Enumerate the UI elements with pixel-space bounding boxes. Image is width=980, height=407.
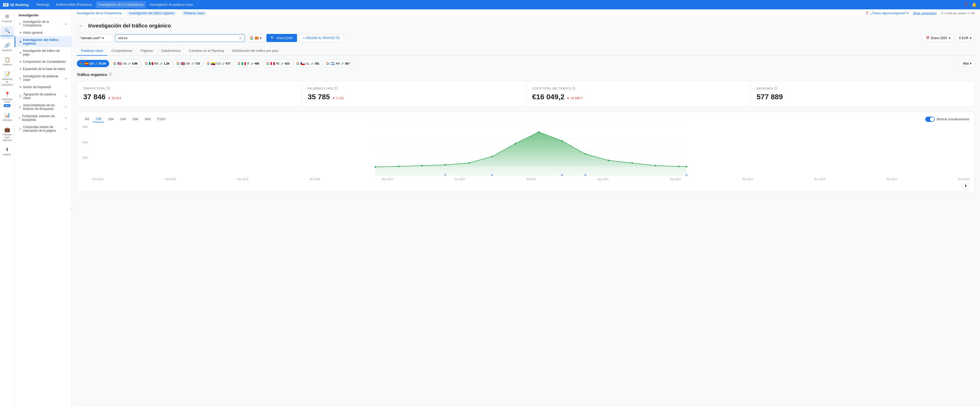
group-palabras-icon: ⊙ — [19, 76, 22, 80]
tab-palabras-clave-label: Palabras clave — [81, 49, 103, 52]
organic-info-icon[interactable]: ⓘ — [109, 72, 112, 77]
more-countries-button[interactable]: Más ▾ — [959, 60, 975, 67]
sidebar-item-trafico-organico[interactable]: Investigación del tráfico orgánico — [14, 36, 72, 47]
google-icon-uk — [177, 62, 180, 65]
tab-paginas[interactable]: Páginas — [137, 46, 157, 56]
x-label-jun2024: Jun 2024 — [454, 178, 465, 181]
country-chip-mx[interactable]: 🇲🇽 MX 🔗 1,2K — [142, 60, 173, 67]
group-autocompletado-label: Autocompletado de los Motores de Búsqued… — [23, 103, 63, 111]
backlinks-info-icon[interactable]: ⓘ — [774, 86, 777, 91]
chart-controls: 6M 12M 18M 24M 30M 36M TODO Mostrar actu… — [82, 116, 969, 122]
sidebar-item-expansion[interactable]: Expansión de la base de datos — [14, 65, 72, 73]
sidebar-group-agrupacion[interactable]: ☰ Agrupación de palabras clave ▼ — [14, 91, 72, 102]
sidebar-icon-informes[interactable]: 📊 Informes — [1, 110, 14, 124]
dot-trafico-pago — [20, 52, 21, 53]
country-chip-pe[interactable]: 🇵🇪 PE 🔗 423 — [263, 60, 292, 67]
sidebar-group-volumen[interactable]: ≡ Comprobar volumen de búsqueda ▼ — [14, 113, 72, 123]
nav-auditoria[interactable]: Auditoría Web (Proyectos) — [53, 1, 95, 8]
group-palabras-label: Investigación de palabras clave — [23, 75, 63, 82]
organic-section-title: Tráfico organico ⓘ — [77, 72, 975, 77]
sidebar-item-vision-general[interactable]: Visión general — [14, 29, 72, 36]
google-marker-ago: G — [584, 174, 587, 176]
sidebar-group-palabras[interactable]: ⊙ Investigación de palabras clave ▲ — [14, 73, 72, 83]
tab-subdominios[interactable]: Subdominios — [157, 46, 185, 56]
nav-investigacion-competencia[interactable]: Investigación de la Competencia — [96, 1, 146, 8]
download-chart-button[interactable]: ⬇ — [962, 183, 969, 189]
mx-link-icon: 🔗 — [159, 62, 163, 65]
coste-info-icon[interactable]: ⓘ — [572, 86, 576, 91]
sidebar-icon-auditoria[interactable]: 📋 Auditoría — [1, 55, 14, 68]
time-btn-36m[interactable]: 36M — [142, 116, 153, 122]
sidebar-icon-backlinks[interactable]: 🔗 Backlinks — [1, 40, 14, 54]
nav-investigacion-palabras[interactable]: Investigación de palabras clave — [147, 1, 196, 8]
trafico-info-icon[interactable]: ⓘ — [107, 86, 110, 91]
back-button[interactable]: ← — [77, 22, 85, 30]
x-label-abr2024: Abr 2024 — [310, 178, 320, 181]
sidebar-icon-paquete[interactable]: 💼 Paquete para Agencias — [1, 125, 14, 144]
stat-value-trafico-total: 37 846 ▼ 38 614 — [83, 93, 295, 101]
time-btn-6m[interactable]: 6M — [82, 116, 92, 122]
sidebar-group-competencia[interactable]: ⊙ Investigación de la Competencia ▲ — [14, 18, 72, 29]
country-chip-ar[interactable]: 🇦🇷 AR 🔗 367 — [323, 60, 353, 67]
tab-subdominios-label: Subdominios — [161, 49, 181, 52]
bell-icon[interactable]: 🔔 — [972, 2, 977, 7]
time-btn-24m[interactable]: 24M — [117, 116, 129, 122]
se-icon: SE — [3, 3, 9, 6]
breadcrumb-investigacion[interactable]: Investigación de la Competencia — [77, 11, 122, 15]
comment-button[interactable]: Dejar comentario — [913, 11, 936, 15]
search-input[interactable] — [118, 36, 237, 40]
currency-button[interactable]: € EUR ▾ — [956, 35, 975, 42]
clear-button[interactable]: ✕ — [239, 36, 242, 40]
sidebar-icon-investigacion[interactable]: 🔍 Investigación — [1, 26, 14, 40]
dot-expansion — [20, 68, 21, 70]
help-icon[interactable]: ❓ — [963, 2, 969, 7]
palabras-info-icon[interactable]: ⓘ — [334, 86, 337, 91]
page-title: Investigación del tráfico orgánico — [88, 23, 171, 29]
breadcrumb-trafico-organico[interactable]: Investigación del tráfico orgánico — [127, 11, 177, 16]
collapse-sidebar-button[interactable]: ‹ — [69, 205, 74, 211]
sidebar-group-autocompletado[interactable]: ⊙ Autocompletado de los Motores de Búsqu… — [14, 102, 72, 113]
sidebar-icon-mejorar[interactable]: ⬆ Mejorar — [1, 145, 14, 158]
sidebar-icon-marketing-contenidos[interactable]: 📝 Marketing de contenidos — [1, 69, 14, 88]
analyze-button[interactable]: 🔍 ANALIZAR — [266, 34, 297, 42]
tab-distribucion-trafico-label: Distribución del tráfico por país — [232, 49, 278, 52]
page-header: ← Investigación del tráfico orgánico — [77, 22, 975, 30]
time-btn-30m[interactable]: 30M — [130, 116, 141, 122]
time-btn-18m[interactable]: 18M — [105, 116, 116, 122]
ar-link-icon: 🔗 — [341, 62, 344, 65]
sidebar-icon-marketing-local[interactable]: 📍 Marketing Local New — [1, 89, 14, 110]
country-chip-es[interactable]: 🇪🇸 ES 🔗 35,8K — [77, 60, 109, 67]
country-chip-us[interactable]: 🇺🇸 US 🔗 4,8K — [110, 60, 141, 67]
breadcrumb-palabras-clave[interactable]: Palabras clave — [181, 11, 206, 16]
country-chip-it[interactable]: 🇮🇹 IT 🔗 485 — [234, 60, 262, 67]
tab-competidores-label: Competidores — [111, 49, 132, 52]
sidebar-item-comparacion[interactable]: Comparación de Competidores — [14, 58, 72, 65]
question-button[interactable]: ❓ ¿Tienes alguna pregunta? ▾ — [865, 11, 909, 15]
sidebar-icon-proyectos[interactable]: ⊞ Proyectos — [1, 11, 14, 25]
stat-card-backlinks: BACKLINKS ⓘ 577 889 — [751, 81, 975, 106]
domain-select[interactable]: *.domain.com/* ▾ — [77, 35, 113, 42]
tab-cambios-ranking[interactable]: Cambios en el Ranking — [185, 46, 228, 56]
date-button[interactable]: 📅 Enero 2025 ▾ — [923, 35, 954, 42]
country-chip-co[interactable]: 🇨🇴 CO 🔗 677 — [204, 60, 234, 67]
country-chip-cl[interactable]: 🇨🇱 CL 🔗 381 — [293, 60, 322, 67]
tab-palabras-clave[interactable]: Palabras clave — [77, 46, 107, 56]
toggle-switch[interactable] — [925, 117, 935, 122]
google-icon-ar — [326, 62, 329, 65]
google-icon-it — [237, 62, 240, 65]
sidebar-group-indexacion[interactable]: ⊙ Comprobar estado de indexación de la p… — [14, 123, 72, 134]
sidebar-item-gestor[interactable]: Gestor de Keywords — [14, 83, 72, 91]
country-chip-uk[interactable]: 🇬🇧 UK 🔗 733 — [173, 60, 203, 67]
x-label-oct2024: Oct 2024 — [742, 178, 753, 181]
x-label-sep2024: Sep 2024 — [670, 178, 681, 181]
sidebar-item-trafico-pago[interactable]: Investigación del tráfico de pago — [14, 47, 72, 58]
data-point-8 — [562, 140, 563, 142]
add-project-button[interactable]: + AÑADIR AL PROYECTO — [299, 34, 344, 42]
tab-distribucion-trafico[interactable]: Distribución del tráfico por país — [228, 46, 283, 56]
nav-rankings[interactable]: Rankings — [34, 1, 52, 8]
stat-label-backlinks: BACKLINKS ⓘ — [757, 86, 968, 91]
time-btn-12m[interactable]: 12M — [93, 116, 104, 122]
google-flag-button[interactable]: 🇪🇸 ▾ — [247, 35, 264, 42]
tab-competidores[interactable]: Competidores — [107, 46, 137, 56]
time-btn-todo[interactable]: TODO — [154, 116, 168, 122]
